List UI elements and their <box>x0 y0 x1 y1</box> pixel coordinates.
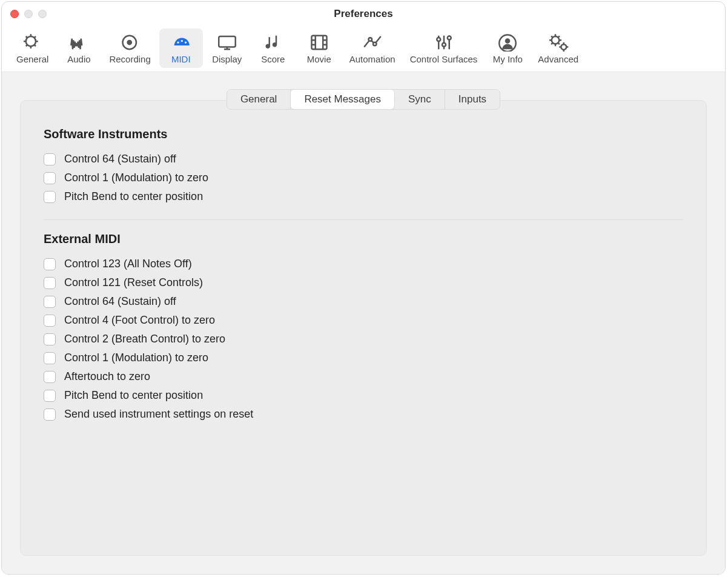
toolbar-item-label: Control Surfaces <box>410 54 478 64</box>
gear-icon <box>21 32 45 53</box>
checkbox-row: Send used instrument settings on reset <box>44 405 683 424</box>
tab-sync[interactable]: Sync <box>395 90 445 109</box>
checkbox-label: Pitch Bend to center position <box>64 389 203 402</box>
maximize-button[interactable] <box>38 10 47 18</box>
section-heading-software: Software Instruments <box>44 127 683 141</box>
toolbar-item-label: Advanced <box>538 54 578 64</box>
content-area: GeneralReset MessagesSyncInputs Software… <box>2 72 725 574</box>
toolbar-item-general[interactable]: General <box>10 28 55 68</box>
toolbar-item-label: Automation <box>349 54 395 64</box>
checkbox[interactable] <box>44 258 56 270</box>
checkbox-row: Control 64 (Sustain) off <box>44 150 683 168</box>
toolbar-item-audio[interactable]: Audio <box>57 28 101 68</box>
window-controls <box>10 10 47 18</box>
checkbox[interactable] <box>44 409 56 421</box>
sub-tabs: GeneralReset MessagesSyncInputs <box>227 89 500 110</box>
toolbar-item-label: General <box>16 54 48 64</box>
checkbox[interactable] <box>44 352 56 364</box>
checkbox[interactable] <box>44 191 56 203</box>
checkbox[interactable] <box>44 296 56 308</box>
external-midi-list: Control 123 (All Notes Off)Control 121 (… <box>44 255 683 424</box>
titlebar: Preferences <box>2 2 725 26</box>
checkbox-row: Control 1 (Modulation) to zero <box>44 349 683 367</box>
checkbox-label: Control 64 (Sustain) off <box>64 295 176 308</box>
checkbox-row: Control 1 (Modulation) to zero <box>44 168 683 187</box>
person-icon <box>495 32 520 53</box>
automation-icon <box>360 32 385 53</box>
checkbox-label: Aftertouch to zero <box>64 370 150 383</box>
checkbox-label: Control 123 (All Notes Off) <box>64 258 192 270</box>
record-icon <box>118 32 142 53</box>
checkbox-label: Control 64 (Sustain) off <box>64 153 176 165</box>
toolbar-item-recording[interactable]: Recording <box>103 28 156 68</box>
toolbar-item-movie[interactable]: Movie <box>297 28 341 68</box>
checkbox-label: Control 1 (Modulation) to zero <box>64 352 208 364</box>
checkbox[interactable] <box>44 390 56 402</box>
checkbox[interactable] <box>44 315 56 327</box>
toolbar-item-label: Audio <box>67 54 90 64</box>
checkbox[interactable] <box>44 153 56 165</box>
checkbox-row: Control 2 (Breath Control) to zero <box>44 330 683 349</box>
display-icon <box>215 32 239 53</box>
preferences-window: Preferences GeneralAudioRecordingMIDIDis… <box>1 1 726 575</box>
checkbox-label: Pitch Bend to center position <box>64 190 203 203</box>
checkbox-row: Pitch Bend to center position <box>44 187 683 206</box>
preferences-toolbar: GeneralAudioRecordingMIDIDisplayScoreMov… <box>2 26 725 72</box>
close-button[interactable] <box>10 10 19 18</box>
checkbox[interactable] <box>44 371 56 383</box>
sliders-icon <box>432 32 456 53</box>
toolbar-item-automation[interactable]: Automation <box>343 28 402 68</box>
checkbox-label: Control 121 (Reset Controls) <box>64 276 203 289</box>
tab-inputs[interactable]: Inputs <box>445 90 500 109</box>
toolbar-item-label: Score <box>261 54 285 64</box>
checkbox-label: Send used instrument settings on reset <box>64 408 253 421</box>
section-heading-external: External MIDI <box>44 232 683 246</box>
checkbox-row: Control 121 (Reset Controls) <box>44 273 683 292</box>
toolbar-item-label: My Info <box>493 54 523 64</box>
notes-icon <box>261 32 285 53</box>
checkbox-row: Pitch Bend to center position <box>44 386 683 405</box>
checkbox-row: Control 123 (All Notes Off) <box>44 255 683 273</box>
checkbox-row: Aftertouch to zero <box>44 367 683 386</box>
checkbox[interactable] <box>44 172 56 184</box>
checkbox-label: Control 4 (Foot Control) to zero <box>64 314 215 327</box>
toolbar-item-label: Display <box>212 54 242 64</box>
midi-icon <box>169 32 193 53</box>
film-icon <box>307 32 331 53</box>
checkbox[interactable] <box>44 277 56 289</box>
toolbar-item-score[interactable]: Score <box>251 28 295 68</box>
checkbox-row: Control 64 (Sustain) off <box>44 292 683 311</box>
section-divider <box>44 219 683 220</box>
toolbar-item-midi[interactable]: MIDI <box>159 28 203 68</box>
tab-general[interactable]: General <box>227 90 291 109</box>
toolbar-item-advanced[interactable]: Advanced <box>532 28 584 68</box>
toolbar-item-label: MIDI <box>171 54 191 64</box>
toolbar-item-label: Movie <box>307 54 331 64</box>
toolbar-item-control-surfaces[interactable]: Control Surfaces <box>404 28 484 68</box>
toolbar-item-my-info[interactable]: My Info <box>486 28 529 68</box>
settings-panel: Software Instruments Control 64 (Sustain… <box>20 100 707 556</box>
gears-icon <box>546 32 571 53</box>
tab-reset-messages[interactable]: Reset Messages <box>291 90 395 109</box>
checkbox-row: Control 4 (Foot Control) to zero <box>44 311 683 330</box>
toolbar-item-display[interactable]: Display <box>205 28 249 68</box>
checkbox-label: Control 1 (Modulation) to zero <box>64 172 208 184</box>
wave-icon <box>67 32 91 53</box>
checkbox[interactable] <box>44 333 56 345</box>
toolbar-item-label: Recording <box>109 54 150 64</box>
minimize-button[interactable] <box>24 10 33 18</box>
software-instruments-list: Control 64 (Sustain) offControl 1 (Modul… <box>44 150 683 206</box>
window-title: Preferences <box>2 8 725 20</box>
checkbox-label: Control 2 (Breath Control) to zero <box>64 333 225 345</box>
